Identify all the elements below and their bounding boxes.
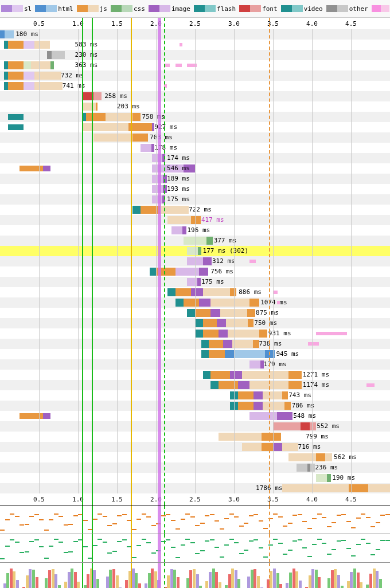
axis-tick: 1.5	[111, 20, 123, 28]
timing-label: 875 ms	[256, 309, 279, 316]
bar-segment	[93, 134, 132, 142]
vertical-marker	[164, 18, 165, 505]
axis-tick: 3.0	[228, 20, 240, 28]
bar-segment	[187, 247, 198, 255]
js-exec-tick	[180, 43, 182, 46]
timing-label: 417 ms	[201, 216, 224, 224]
js-exec-tick	[249, 260, 256, 263]
bar-segment	[43, 413, 51, 419]
bar-segment	[316, 453, 325, 461]
bar-segment	[249, 299, 259, 307]
axis-tick: 4.5	[345, 496, 357, 503]
bar-segment	[176, 299, 184, 307]
legend-font: font	[239, 1, 280, 16]
gridline	[234, 29, 235, 493]
timing-label: 203 ms	[117, 103, 140, 110]
bar-segment	[368, 484, 390, 492]
bar-segment	[282, 443, 298, 451]
bar-segment	[234, 350, 265, 358]
gridline	[312, 29, 313, 493]
timing-label: 703 ms	[150, 134, 173, 141]
bar-segment	[184, 299, 199, 307]
bar-segment	[253, 391, 263, 399]
timing-label: 175 ms	[201, 278, 224, 285]
bar-segment	[24, 41, 34, 49]
bar-segment	[4, 72, 8, 80]
timing-label: 180 ms	[15, 30, 38, 38]
timing-label: 546 ms	[167, 164, 190, 172]
axis-tick: 4.0	[306, 496, 318, 503]
timing-label: 743 ms	[288, 391, 311, 399]
bar-segment	[247, 309, 255, 317]
axis-tick: 4.5	[345, 20, 357, 28]
bar-segment	[141, 206, 160, 214]
bar-segment	[199, 299, 210, 307]
bar-segment	[349, 484, 368, 492]
bar-segment	[4, 82, 8, 90]
bar-segment	[8, 61, 24, 69]
vertical-marker	[131, 18, 132, 505]
bar-segment	[43, 166, 51, 171]
bar-segment	[8, 72, 24, 80]
bar-segment	[288, 381, 302, 389]
bar-segment	[210, 381, 219, 389]
timing-label: 945 ms	[276, 350, 299, 358]
timing-label: 716 ms	[298, 443, 321, 450]
timing-label: 377 ms	[214, 237, 237, 244]
bar-segment	[203, 319, 217, 327]
bar-segment	[195, 319, 203, 327]
timing-label: 548 ms	[293, 412, 316, 420]
vertical-marker	[158, 18, 161, 505]
bar-segment	[210, 299, 249, 307]
js-exec-tick	[165, 64, 170, 67]
gridline	[117, 29, 118, 493]
bar-segment	[4, 61, 8, 69]
bar-segment	[0, 30, 5, 38]
js-exec-tick	[176, 64, 182, 67]
timing-label: 786 ms	[292, 402, 315, 409]
bar-segment	[230, 288, 236, 296]
axis-bottom: 0.51.01.52.02.53.03.54.04.5	[0, 493, 390, 505]
bar-segment	[225, 350, 234, 358]
axis-tick: 3.0	[228, 496, 240, 503]
bar-segment	[209, 350, 224, 358]
bar-segment	[4, 41, 8, 49]
timing-label: 886 ms	[239, 288, 262, 296]
axis-tick: 1.5	[111, 496, 123, 503]
timing-label: 1271 ms	[303, 371, 329, 378]
timing-label: 189 ms	[167, 175, 190, 182]
bar-segment	[5, 30, 14, 38]
bar-segment	[8, 41, 24, 49]
bar-segment	[8, 82, 24, 90]
bar-segment	[327, 474, 331, 482]
vertical-marker	[269, 18, 270, 505]
axis-top: 0.51.01.52.02.53.03.54.04.5	[0, 18, 390, 29]
bar-segment	[316, 474, 327, 482]
gridline	[156, 29, 157, 493]
bar-segment	[263, 402, 284, 410]
bar-segment	[273, 422, 301, 430]
bar-segment	[238, 402, 253, 410]
bar-segment	[288, 371, 302, 379]
waterfall-chart: 0.51.01.52.02.53.03.54.04.5 180 ms583 ms…	[0, 18, 390, 505]
legend-html: html	[35, 1, 76, 16]
timing-label: 931 ms	[268, 330, 291, 337]
bar-segment	[86, 113, 106, 121]
bar-segment	[262, 443, 273, 451]
bar-segment	[228, 330, 259, 338]
gridline	[39, 29, 40, 493]
timing-label: 177 ms (302)	[203, 247, 248, 254]
legend-video: video	[281, 1, 325, 16]
bar-segment	[8, 124, 24, 130]
bandwidth-panel	[0, 534, 390, 563]
legend-other: other	[326, 1, 370, 16]
bar-segment	[24, 61, 32, 69]
bar-segment	[238, 381, 249, 389]
bar-segment	[132, 113, 141, 121]
timing-label: 732 ms	[61, 72, 84, 79]
timing-label: 799 ms	[306, 433, 329, 440]
bar-segment	[24, 82, 34, 90]
vertical-marker	[82, 18, 83, 505]
axis-tick: 0.5	[33, 496, 45, 503]
js-exec-tick	[316, 332, 347, 335]
